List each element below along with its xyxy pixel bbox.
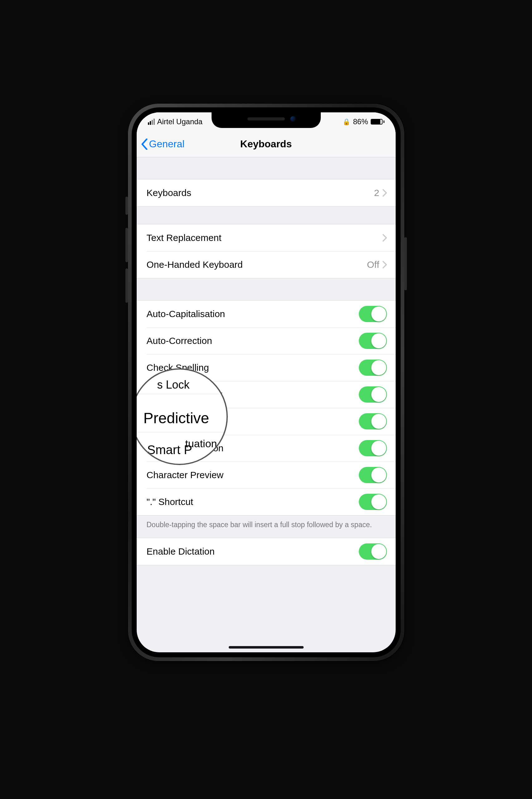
row-label: Text Replacement (147, 232, 382, 243)
row-enable-dictation: Enable Dictation (137, 538, 396, 565)
toggle-smart-punctuation[interactable] (359, 440, 387, 456)
volume-up-button (126, 228, 128, 262)
signal-icon (148, 119, 155, 125)
toggle-character-preview[interactable] (359, 467, 387, 483)
row-label: Character Preview (147, 470, 359, 480)
row-auto-capitalisation: Auto-Capitalisation (137, 301, 396, 327)
toggle-auto-capitalisation[interactable] (359, 306, 387, 322)
row-value: 2 (374, 188, 379, 198)
phone-frame: Airtel Uganda 🔒 86% General Keyboards (127, 103, 405, 662)
toggle-predictive[interactable] (359, 413, 387, 430)
row-label: "." Shortcut (147, 497, 359, 507)
toggle-check-spelling[interactable] (359, 360, 387, 376)
row-label: One-Handed Keyboard (147, 259, 367, 270)
page-title: Keyboards (137, 138, 396, 150)
mute-switch (126, 197, 128, 215)
chevron-right-icon (382, 189, 387, 197)
row-value: Off (367, 259, 379, 270)
power-button (404, 237, 407, 290)
row-label: Auto-Correction (147, 336, 359, 346)
battery-percentage: 86% (353, 117, 368, 126)
row-one-handed-keyboard[interactable]: One-Handed Keyboard Off (137, 251, 396, 278)
toggle-period-shortcut[interactable] (359, 494, 387, 510)
battery-icon (371, 119, 384, 125)
carrier-label: Airtel Uganda (157, 117, 203, 126)
toggle-enable-dictation[interactable] (359, 544, 387, 559)
row-auto-correction: Auto-Correction (137, 327, 396, 354)
screen: Airtel Uganda 🔒 86% General Keyboards (137, 112, 396, 652)
magnifier-overlay: s Lock Predictive tuation Smart P (137, 368, 228, 465)
section-footer-note: Double-tapping the space bar will insert… (137, 516, 396, 538)
toggle-auto-correction[interactable] (359, 333, 387, 349)
chevron-right-icon (382, 261, 387, 268)
row-label: Auto-Capitalisation (147, 309, 359, 319)
magnifier-focus-text: Predictive (144, 410, 209, 427)
row-label: Keyboards (147, 188, 374, 198)
row-label: Enable Dictation (147, 546, 359, 557)
chevron-right-icon (382, 234, 387, 242)
row-text-replacement[interactable]: Text Replacement (137, 224, 396, 251)
orientation-lock-icon: 🔒 (343, 118, 350, 126)
volume-down-button (126, 268, 128, 303)
home-indicator[interactable] (229, 646, 304, 649)
navigation-bar: General Keyboards (137, 131, 396, 157)
row-period-shortcut: "." Shortcut (137, 489, 396, 515)
row-keyboards[interactable]: Keyboards 2 (137, 179, 396, 206)
notch (212, 112, 321, 128)
row-character-preview: Character Preview (137, 462, 396, 489)
toggle-caps-lock[interactable] (359, 386, 387, 403)
